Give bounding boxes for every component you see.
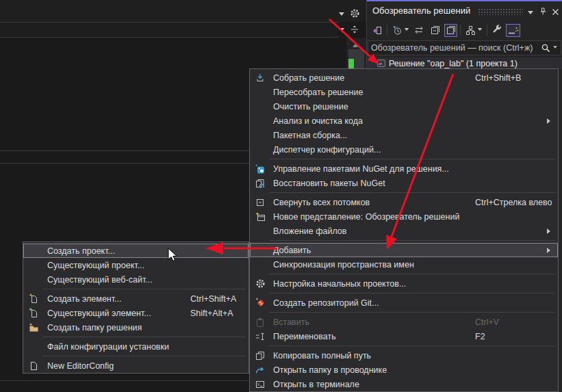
submenu-item-new-item[interactable]: Создать элемент... Ctrl+Shift+A [23, 291, 248, 306]
menu-item-label: Вложение файлов [273, 226, 346, 236]
git-icon [255, 298, 266, 309]
menu-separator [42, 337, 246, 337]
nuget-restore-icon [255, 178, 266, 189]
menu-item-label: Вставить [273, 317, 309, 327]
view-hierarchy-icon[interactable] [463, 23, 477, 37]
menu-item-build-solution[interactable]: Собрать решение Ctrl+Shift+B [250, 70, 558, 85]
menu-item-label: Пакетная сборка... [273, 131, 347, 140]
menu-item-label: Создать элемент... [47, 294, 122, 304]
menu-item-label: Собрать решение [273, 73, 344, 83]
menu-item-hotkey: Shift+Alt+A [190, 306, 233, 320]
menu-item-startup-projects[interactable]: Настройка начальных проектов... [250, 276, 558, 291]
submenu-arrow-icon [547, 248, 553, 253]
chevron-down-icon[interactable] [405, 27, 409, 32]
chevron-down-icon[interactable] [553, 46, 557, 50]
menu-item-hotkey: Ctrl+Shift+B [475, 70, 521, 85]
scroll-up-icon[interactable] [353, 41, 358, 47]
panel-title: Обозреватель решений [372, 5, 470, 16]
collapse-descendants-icon [255, 197, 266, 208]
menu-item-create-git-repo[interactable]: Создать репозиторий Git... [250, 296, 558, 310]
pending-changes-filter-icon[interactable] [390, 23, 404, 37]
menu-item-manage-nuget[interactable]: Управление пакетами NuGet для решения... [250, 161, 558, 176]
menu-item-label: Создать репозиторий Git... [273, 298, 379, 308]
visual-studio-window: Обозреватель решений [0, 0, 562, 392]
menu-item-restore-nuget[interactable]: Восстановить пакеты NuGet [250, 176, 558, 190]
menu-separator [42, 289, 246, 289]
menu-item-label: Управление пакетами NuGet для решения... [273, 164, 449, 174]
menu-item-paste[interactable]: Вставить Ctrl+V [250, 315, 558, 329]
menu-item-open-terminal[interactable]: Открыть в терминале [250, 377, 558, 391]
menu-item-collapse-all[interactable]: Свернуть всех потомков Ctrl+Стрелка влев… [250, 195, 558, 209]
chevron-down-icon[interactable] [339, 12, 344, 18]
menu-item-hotkey: Ctrl+Стрелка влево [475, 195, 552, 209]
submenu-arrow-icon [547, 118, 553, 124]
search-icon[interactable] [541, 43, 551, 53]
menu-separator [269, 274, 555, 274]
divider [0, 380, 249, 381]
chevron-down-icon[interactable] [524, 8, 537, 20]
menu-item-file-nesting[interactable]: Вложение файлов [250, 224, 558, 238]
solution-folder-icon [28, 322, 39, 333]
menu-item-code-analysis[interactable]: Анализ и очистка кода [250, 114, 558, 128]
pin-icon[interactable] [537, 5, 549, 18]
gear-icon[interactable] [350, 8, 360, 18]
menu-item-new-view[interactable]: Новое представление: Обозреватель решени… [250, 209, 558, 224]
split-editor-icon[interactable] [350, 25, 359, 34]
solution-tree-item[interactable]: Решение "oap_lab" (1 проекта 1) [367, 57, 562, 69]
submenu-item-existing-project[interactable]: Существующий проект... [23, 258, 248, 272]
preview-selected-items-icon[interactable] [506, 24, 520, 37]
menu-item-label: Открыть папку в проводнике [273, 365, 387, 375]
properties-wrench-icon[interactable] [490, 23, 504, 37]
menu-item-label: Открыть в терминале [273, 380, 359, 389]
menu-item-hotkey: Ctrl+Shift+A [190, 291, 236, 306]
copy-icon [255, 350, 266, 361]
menu-item-label: New EditorConfig [47, 361, 114, 371]
submenu-item-existing-item[interactable]: Существующий элемент... Shift+Alt+A [23, 306, 248, 320]
toolbar-separator [460, 25, 461, 36]
menu-item-label: Файл конфигурации установки [47, 342, 169, 352]
menu-item-hotkey: F2 [475, 329, 485, 343]
chevron-down-icon[interactable] [478, 27, 482, 32]
editor-tab-strip [0, 0, 367, 22]
menu-item-sync-namespaces[interactable]: Синхронизация пространства имен [250, 257, 558, 272]
submenu-item-setup-config-file[interactable]: Файл конфигурации установки [23, 339, 248, 354]
chevron-down-icon[interactable] [339, 28, 344, 34]
menu-item-label: Пересобрать решение [273, 88, 363, 97]
build-icon [255, 73, 266, 83]
new-view-icon [255, 211, 266, 222]
switch-views-icon[interactable] [412, 23, 426, 37]
menu-separator [269, 312, 555, 313]
submenu-item-new-project[interactable]: Создать проект... [23, 244, 248, 258]
show-all-files-icon[interactable] [444, 24, 457, 37]
divider [0, 163, 249, 164]
menu-item-label: Восстановить пакеты NuGet [273, 179, 385, 188]
menu-item-configuration-manager[interactable]: Диспетчер конфигураций... [250, 142, 558, 157]
sync-with-active-document-icon[interactable] [370, 23, 384, 37]
menu-item-rebuild-solution[interactable]: Пересобрать решение [250, 85, 558, 99]
menu-item-clean-solution[interactable]: Очистить решение [250, 99, 558, 114]
panel-accent-border [367, 0, 562, 1]
close-icon[interactable] [549, 5, 561, 18]
submenu-item-new-editorconfig[interactable]: New EditorConfig [23, 358, 248, 373]
submenu-item-new-solution-folder[interactable]: Создать папку решения [23, 320, 248, 335]
menu-item-label: Добавить [273, 246, 311, 255]
menu-item-label: Очистить решение [273, 102, 348, 112]
menu-item-open-folder-explorer[interactable]: Открыть папку в проводнике [250, 363, 558, 377]
menu-item-label: Настройка начальных проектов... [273, 279, 406, 289]
scroll-change-marker [348, 59, 354, 69]
submenu-item-existing-website[interactable]: Существующий веб-сайт... [23, 272, 248, 287]
menu-item-label: Существующий элемент... [47, 309, 151, 318]
divider [0, 37, 339, 38]
menu-item-copy-full-path[interactable]: Копировать полный путь [250, 348, 558, 363]
search-input[interactable]: Обозреватель решений — поиск (Ctrl+ж) [368, 40, 561, 55]
editor-scrollbar[interactable] [346, 38, 366, 69]
panel-toolbar [367, 21, 562, 40]
menu-item-rename[interactable]: Переименовать F2 [250, 329, 558, 343]
menu-item-add[interactable]: Добавить [250, 243, 558, 257]
menu-separator [269, 345, 555, 346]
editor-breadcrumb-bar [0, 23, 339, 37]
menu-item-batch-build[interactable]: Пакетная сборка... [250, 128, 558, 142]
solution-context-menu: Собрать решение Ctrl+Shift+B Пересобрать… [249, 68, 559, 392]
collapse-all-icon[interactable] [429, 23, 442, 37]
menu-item-label: Диспетчер конфигураций... [273, 145, 381, 155]
